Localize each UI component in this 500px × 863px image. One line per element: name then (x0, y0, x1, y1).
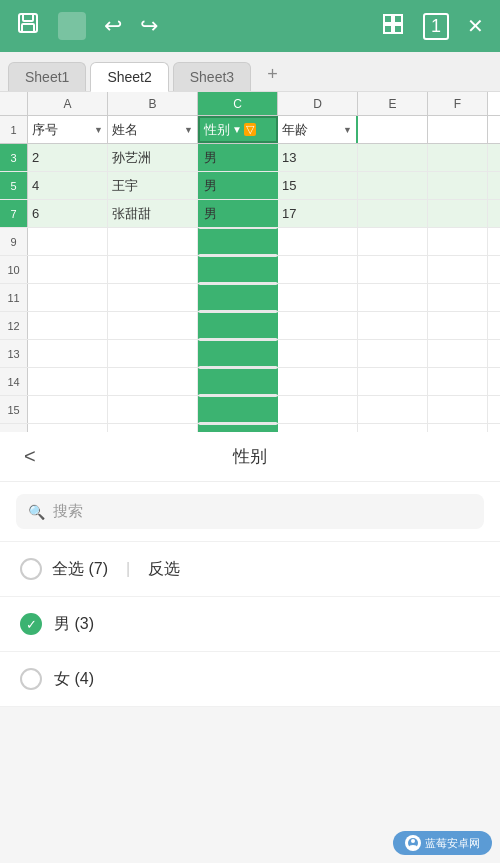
cell-16-a[interactable] (28, 424, 108, 432)
cell-5-b[interactable]: 王宇 (108, 172, 198, 199)
svg-point-8 (411, 839, 415, 843)
cell-16-f (428, 424, 488, 432)
header-cell-age[interactable]: 年龄 ▼ (278, 116, 358, 143)
filter-back-button[interactable]: < (16, 437, 44, 476)
filter-active-badge: ▽ (244, 123, 256, 136)
grid-view-icon[interactable] (381, 12, 405, 40)
cell-9-a[interactable] (28, 228, 108, 255)
cell-7-b[interactable]: 张甜甜 (108, 200, 198, 227)
sheet-tab-1[interactable]: Sheet1 (8, 62, 86, 91)
cell-10-b[interactable] (108, 256, 198, 283)
cell-12-b[interactable] (108, 312, 198, 339)
row-7-num: 7 (0, 200, 28, 227)
cell-12-e (358, 312, 428, 339)
divider: | (126, 560, 130, 578)
dropdown-arrow-a: ▼ (94, 125, 103, 135)
table-row: 15 (0, 396, 500, 424)
cell-9-e (358, 228, 428, 255)
cell-9-b[interactable] (108, 228, 198, 255)
cell-15-a[interactable] (28, 396, 108, 423)
filter-item-male-radio[interactable]: ✓ (20, 613, 42, 635)
search-input[interactable]: 搜索 (53, 502, 83, 521)
cell-5-a[interactable]: 4 (28, 172, 108, 199)
cell-16-b[interactable] (108, 424, 198, 432)
mode-icon[interactable] (58, 12, 86, 40)
cell-15-f (428, 396, 488, 423)
cell-3-a[interactable]: 2 (28, 144, 108, 171)
select-all-row[interactable]: 全选 (7) | 反选 (0, 542, 500, 597)
cell-14-c[interactable] (198, 368, 278, 395)
table-row: 13 (0, 340, 500, 368)
svg-rect-3 (384, 15, 392, 23)
cell-5-f (428, 172, 488, 199)
cell-10-d[interactable] (278, 256, 358, 283)
invert-selection-button[interactable]: 反选 (148, 559, 180, 580)
cell-16-d[interactable] (278, 424, 358, 432)
cell-5-e (358, 172, 428, 199)
number-icon[interactable]: 1 (423, 13, 449, 40)
header-cell-seqno[interactable]: 序号 ▼ (28, 116, 108, 143)
header-cell-e (358, 116, 428, 143)
filter-item-female-radio[interactable] (20, 668, 42, 690)
cell-10-c[interactable] (198, 256, 278, 283)
cell-15-b[interactable] (108, 396, 198, 423)
cell-12-d[interactable] (278, 312, 358, 339)
save-icon[interactable] (16, 11, 40, 41)
cell-14-d[interactable] (278, 368, 358, 395)
close-icon[interactable]: ✕ (467, 14, 484, 38)
cell-5-d[interactable]: 15 (278, 172, 358, 199)
cell-3-c[interactable]: 男 (198, 144, 278, 171)
cell-12-f (428, 312, 488, 339)
cell-11-f (428, 284, 488, 311)
cell-16-c[interactable] (198, 424, 278, 432)
row-11-num: 11 (0, 284, 28, 311)
cell-12-a[interactable] (28, 312, 108, 339)
cell-11-c[interactable] (198, 284, 278, 311)
header-cell-f (428, 116, 488, 143)
select-all-radio[interactable] (20, 558, 42, 580)
cell-3-b[interactable]: 孙艺洲 (108, 144, 198, 171)
cell-15-c[interactable] (198, 396, 278, 423)
cell-11-e (358, 284, 428, 311)
cell-9-c[interactable] (198, 228, 278, 255)
col-header-c: C (198, 92, 278, 115)
sheet-tab-3[interactable]: Sheet3 (173, 62, 251, 91)
cell-11-b[interactable] (108, 284, 198, 311)
cell-11-d[interactable] (278, 284, 358, 311)
undo-icon[interactable]: ↩ (104, 13, 122, 39)
cell-12-c[interactable] (198, 312, 278, 339)
cell-13-d[interactable] (278, 340, 358, 367)
cell-10-f (428, 256, 488, 283)
watermark-text: 蓝莓安卓网 (425, 836, 480, 851)
filter-item-female[interactable]: 女 (4) (0, 652, 500, 707)
cell-13-b[interactable] (108, 340, 198, 367)
cell-11-a[interactable] (28, 284, 108, 311)
header-cell-name[interactable]: 姓名 ▼ (108, 116, 198, 143)
header-cell-gender[interactable]: 性别 ▼ ▽ (198, 116, 278, 143)
cell-5-c[interactable]: 男 (198, 172, 278, 199)
cell-10-e (358, 256, 428, 283)
cell-10-a[interactable] (28, 256, 108, 283)
table-row: 7 6 张甜甜 男 17 (0, 200, 500, 228)
spreadsheet: A B C D E F 1 序号 ▼ 姓名 ▼ 性别 ▼ ▽ 年龄 ▼ 3 2 (0, 92, 500, 432)
cell-13-c[interactable] (198, 340, 278, 367)
add-sheet-button[interactable]: + (255, 58, 290, 91)
dropdown-arrow-d: ▼ (343, 125, 352, 135)
cell-7-c[interactable]: 男 (198, 200, 278, 227)
cell-7-d[interactable]: 17 (278, 200, 358, 227)
sheet-tab-2[interactable]: Sheet2 (90, 62, 168, 92)
cell-9-d[interactable] (278, 228, 358, 255)
cell-15-e (358, 396, 428, 423)
filter-item-male-label: 男 (3) (54, 614, 94, 635)
search-box[interactable]: 🔍 搜索 (16, 494, 484, 529)
cell-3-d[interactable]: 13 (278, 144, 358, 171)
cell-13-a[interactable] (28, 340, 108, 367)
cell-7-e (358, 200, 428, 227)
filter-item-male[interactable]: ✓ 男 (3) (0, 597, 500, 652)
row-15-num: 15 (0, 396, 28, 423)
cell-7-a[interactable]: 6 (28, 200, 108, 227)
cell-14-a[interactable] (28, 368, 108, 395)
cell-15-d[interactable] (278, 396, 358, 423)
redo-icon[interactable]: ↪ (140, 13, 158, 39)
cell-14-b[interactable] (108, 368, 198, 395)
